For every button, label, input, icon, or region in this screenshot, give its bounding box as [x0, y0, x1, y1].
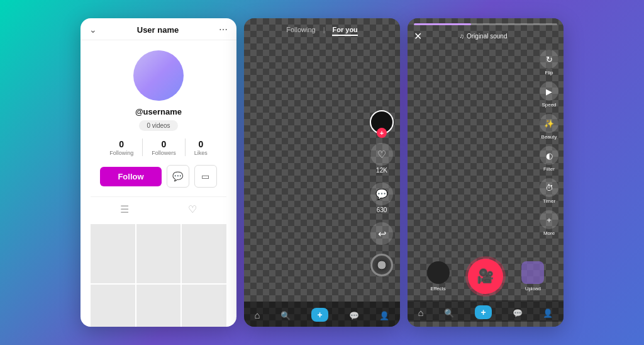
profile-tabs: ☰ ♡ — [91, 196, 226, 222]
feed-search-icon[interactable] — [280, 310, 291, 320]
record-button[interactable]: 🎥 — [468, 259, 503, 294]
upload-control: Upload — [521, 261, 544, 291]
bookmark-button[interactable]: ▭ — [194, 165, 217, 188]
effects-label: Effects — [431, 286, 446, 291]
video-thumb-1[interactable] — [91, 224, 135, 283]
followers-stat: 0 Followers — [143, 139, 185, 156]
follow-plus-badge[interactable]: + — [377, 128, 387, 138]
camera-screen: ✕ ♫ Original sound ↻ Flip ▶ Speed ✨ Beau… — [408, 18, 564, 327]
camera-bottom-controls: Effects 🎥 Upload — [408, 252, 564, 300]
follow-button[interactable]: Follow — [100, 167, 161, 186]
comment-icon[interactable]: 💬 — [370, 183, 393, 205]
profile-screen: ⌄ User name ⋯ @username 0 videos 0 Follo… — [80, 18, 236, 327]
video-thumb-2[interactable] — [136, 224, 181, 283]
camera-search-icon[interactable] — [444, 307, 454, 318]
video-grid — [91, 224, 226, 327]
timer-icon: ⏱ — [540, 178, 558, 197]
beauty-icon: ✨ — [540, 114, 558, 133]
comment-count: 630 — [377, 206, 387, 213]
feed-screen: Following | For you + ♡ 12K 💬 630 ↩ + — [244, 18, 400, 327]
following-label: Following — [109, 150, 133, 156]
effects-control: Effects — [427, 261, 450, 291]
followers-label: Followers — [152, 150, 176, 156]
filter-label: Filter — [543, 166, 555, 172]
avatar — [133, 50, 184, 101]
videos-badge: 0 videos — [139, 120, 177, 131]
music-disc[interactable] — [370, 254, 393, 276]
video-thumb-3[interactable] — [182, 224, 226, 283]
like-icon[interactable]: ♡ — [370, 143, 393, 166]
camera-home-icon[interactable] — [418, 307, 423, 318]
feed-profile-icon[interactable] — [379, 310, 389, 320]
filter-tool[interactable]: ◐ Filter — [540, 146, 558, 172]
following-tab[interactable]: Following — [286, 26, 315, 36]
likes-count: 0 — [198, 139, 203, 149]
timer-tool[interactable]: ⏱ Timer — [540, 178, 558, 204]
video-thumb-4[interactable] — [91, 285, 135, 327]
grid-tab-icon[interactable]: ☰ — [120, 203, 129, 215]
more-tool[interactable]: + More — [540, 210, 558, 236]
like-action: ♡ 12K — [370, 143, 393, 174]
message-button[interactable]: 💬 — [167, 165, 189, 188]
profile-header: ⌄ User name ⋯ — [80, 18, 236, 40]
camera-top-bar: ✕ ♫ Original sound — [408, 18, 564, 46]
stats-row: 0 Following 0 Followers 0 Likes — [91, 139, 226, 156]
profile-title: User name — [137, 25, 179, 35]
speed-label: Speed — [541, 102, 556, 108]
video-thumb-6[interactable] — [182, 285, 226, 327]
upload-label: Upload — [525, 286, 541, 291]
following-stat: 0 Following — [101, 139, 142, 156]
camera-progress-bar — [414, 23, 557, 25]
profile-body: @username 0 videos 0 Following 0 Followe… — [80, 40, 236, 327]
camera-create-button[interactable]: + — [475, 305, 491, 319]
chevron-down-icon[interactable]: ⌄ — [89, 25, 97, 35]
heart-tab-icon[interactable]: ♡ — [188, 203, 197, 215]
camera-profile-icon[interactable] — [543, 307, 553, 318]
beauty-tool[interactable]: ✨ Beauty — [540, 114, 558, 140]
share-action: ↩ — [370, 222, 393, 245]
feed-home-icon[interactable] — [254, 310, 260, 320]
timer-label: Timer — [543, 198, 555, 204]
following-count: 0 — [119, 139, 124, 149]
flip-label: Flip — [545, 70, 553, 76]
creator-avatar-wrap: + — [370, 110, 394, 134]
camera-sound-label: ♫ Original sound — [460, 33, 508, 40]
feed-create-button[interactable]: + — [311, 308, 328, 322]
camera-bottom-bar: Effects 🎥 Upload + — [408, 252, 564, 327]
comment-action: 💬 630 — [370, 183, 393, 213]
likes-stat: 0 Likes — [186, 139, 216, 156]
flip-tool[interactable]: ↻ Flip — [540, 50, 558, 76]
sound-text: Original sound — [467, 33, 507, 40]
feed-right-actions: + ♡ 12K 💬 630 ↩ — [370, 110, 394, 276]
camera-top-controls: ✕ ♫ Original sound — [414, 30, 557, 42]
more-label: More — [543, 230, 555, 236]
feed-navbar: + — [244, 302, 400, 327]
flip-icon: ↻ — [540, 50, 558, 69]
likes-label: Likes — [194, 150, 208, 156]
nav-separator: | — [323, 26, 325, 36]
camera-messages-icon[interactable] — [513, 307, 523, 318]
more-icon: + — [540, 210, 558, 229]
beauty-label: Beauty — [541, 134, 557, 140]
effects-button[interactable] — [427, 261, 450, 284]
upload-button[interactable] — [521, 261, 544, 284]
filter-icon: ◐ — [540, 146, 558, 165]
like-count: 12K — [376, 167, 387, 174]
music-note-icon: ♫ — [460, 33, 465, 40]
camera-close-button[interactable]: ✕ — [414, 30, 422, 42]
camera-progress-fill — [414, 23, 471, 25]
feed-top-nav: Following | For you — [244, 18, 400, 41]
more-options-icon[interactable]: ⋯ — [219, 25, 228, 35]
speed-icon: ▶ — [540, 82, 558, 101]
speed-tool[interactable]: ▶ Speed — [540, 82, 558, 108]
followers-count: 0 — [162, 139, 167, 149]
for-you-tab[interactable]: For you — [332, 26, 357, 36]
share-icon[interactable]: ↩ — [370, 222, 393, 245]
feed-messages-icon[interactable] — [349, 310, 359, 320]
username-text: @username — [135, 107, 182, 116]
camera-right-tools: ↻ Flip ▶ Speed ✨ Beauty ◐ Filter ⏱ Timer… — [540, 50, 558, 236]
camera-navbar: + — [408, 300, 564, 322]
video-thumb-5[interactable] — [136, 285, 181, 327]
action-row: Follow 💬 ▭ — [91, 165, 226, 188]
